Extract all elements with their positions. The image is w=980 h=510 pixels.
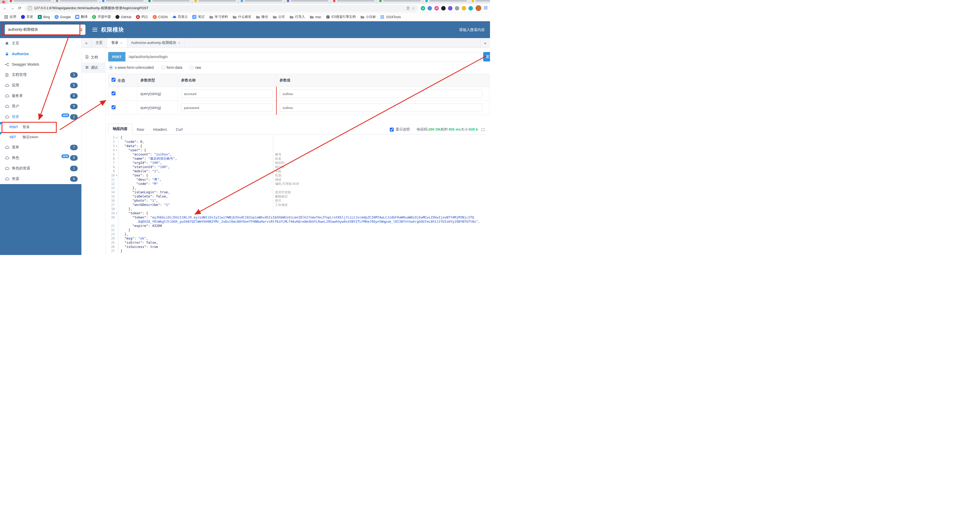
tab-主页[interactable]: 主页 (91, 38, 107, 48)
response-tab-Headers[interactable]: Headers (148, 125, 171, 134)
fold-caret-icon[interactable]: ▾ (115, 148, 118, 152)
bookmark-item[interactable]: ES搜索引擎文档 (324, 14, 358, 20)
window-close-button[interactable] (2, 0, 5, 3)
browser-tab[interactable] (423, 0, 469, 4)
extension-icon-1[interactable]: G (421, 6, 425, 11)
tab-close-icon[interactable]: × (178, 41, 180, 45)
extension-icon-2[interactable] (428, 6, 432, 11)
sidebar-item[interactable]: 角色NEW8 (0, 153, 81, 163)
param-checkbox[interactable] (111, 105, 116, 109)
nav-item-doc[interactable]: 文档 (82, 52, 105, 62)
sidebar-item[interactable]: 角色的资源1 (0, 163, 81, 174)
fold-caret-icon[interactable]: ▾ (115, 135, 118, 140)
bookmark-star-icon[interactable]: ☆ (412, 6, 415, 10)
bookmark-item[interactable]: 微信 (254, 14, 270, 20)
response-tab-Raw[interactable]: Raw (132, 125, 148, 134)
browser-tab[interactable] (100, 0, 146, 4)
send-button[interactable]: 发送 (483, 52, 490, 61)
content-type-option[interactable]: form-data (161, 65, 182, 70)
nav-item-debug[interactable]: 调试 (82, 62, 105, 73)
extension-icon-4[interactable] (441, 6, 445, 11)
sidebar-item[interactable]: 服务表6 (0, 91, 81, 101)
param-name-input[interactable] (181, 104, 273, 112)
browser-tab[interactable] (469, 0, 490, 4)
browser-tab[interactable] (192, 0, 238, 4)
tabs-expand-icon[interactable]: » (480, 38, 490, 48)
bookmark-item[interactable]: G码云 (134, 14, 150, 20)
bookmark-item[interactable]: mac (308, 14, 324, 20)
browser-tab[interactable] (331, 0, 377, 4)
sidebar-item[interactable]: Authorize (0, 49, 81, 59)
sidebar-item[interactable]: 菜单7 (0, 142, 81, 153)
menu-hamburger-icon[interactable] (92, 28, 97, 32)
bookmark-item[interactable]: 百度云 (170, 14, 190, 20)
extension-icon-5[interactable] (448, 6, 452, 11)
content-type-option[interactable]: raw (190, 65, 201, 70)
tab-登录[interactable]: 登录× (107, 38, 127, 48)
bookmark-item[interactable]: CCSDN (151, 14, 170, 20)
bookmark-item[interactable]: 1024Tools (378, 14, 403, 20)
param-name-input[interactable] (181, 89, 273, 98)
bookmark-item[interactable]: 什么都有 (231, 14, 253, 20)
bookmark-item[interactable]: GitHub (113, 14, 133, 20)
radio-icon[interactable] (109, 66, 113, 69)
bookmark-item[interactable]: 已导入 (287, 14, 307, 20)
browser-tab[interactable] (8, 0, 53, 4)
bookmark-item[interactable]: bBing (36, 14, 52, 20)
sidebar-endpoint-item[interactable]: GET验证token (0, 132, 81, 142)
extension-icon-8[interactable] (468, 6, 473, 11)
sidebar-item[interactable]: 应用5 (0, 80, 81, 91)
bookmark-item[interactable]: 翻翻译 (73, 14, 89, 20)
profile-avatar[interactable] (476, 5, 481, 11)
bookmark-item[interactable]: 记笔记 (190, 14, 207, 20)
browser-tab[interactable] (146, 0, 192, 4)
module-select[interactable]: authority-权限模块 (5, 24, 86, 35)
tabs-collapse-icon[interactable]: « (82, 38, 91, 48)
tab-close-icon[interactable]: × (121, 41, 123, 45)
sidebar-item[interactable]: 登录NEW2 (0, 112, 81, 122)
extension-icon-6[interactable] (455, 6, 459, 11)
radio-icon[interactable] (161, 66, 165, 69)
show-desc-checkbox[interactable] (390, 128, 394, 132)
header-search-input[interactable] (445, 27, 485, 32)
bookmark-item[interactable]: 百度 (19, 14, 35, 20)
site-info-icon[interactable]: i (28, 6, 32, 10)
bookmark-item[interactable]: 学习资料 (207, 14, 230, 20)
response-tab-Curl[interactable]: Curl (171, 125, 187, 134)
bookmark-item[interactable]: 小目标 (358, 14, 378, 20)
bookmark-item[interactable]: GGoogle (52, 14, 73, 20)
response-tab-响应内容[interactable]: 响应内容 (108, 124, 132, 134)
show-desc-toggle[interactable]: 显示说明 (390, 127, 410, 132)
extension-icon-7[interactable] (461, 6, 466, 11)
apps-grid-icon[interactable] (484, 6, 487, 11)
bookmark-item[interactable]: 应用 (2, 14, 18, 20)
back-icon[interactable]: ← (3, 6, 7, 11)
bookmark-item[interactable]: 公司 (270, 14, 287, 20)
browser-tab[interactable] (239, 0, 284, 4)
param-value-input[interactable] (280, 89, 483, 98)
sidebar-item[interactable]: 主页 (0, 38, 81, 49)
select-all-checkbox[interactable] (111, 78, 116, 82)
bookmark-item[interactable]: C开源中国 (90, 14, 113, 20)
content-type-option[interactable]: x-www-form-urlencoded (109, 65, 154, 70)
browser-tab[interactable] (285, 0, 331, 4)
translate-icon[interactable]: 文 (406, 6, 410, 11)
browser-tab[interactable] (377, 0, 423, 4)
browser-tab[interactable] (54, 0, 99, 4)
fold-caret-icon[interactable]: ▾ (115, 173, 118, 177)
sidebar-item[interactable]: 文档管理3 (0, 70, 81, 80)
sidebar-item[interactable]: Swagger Models (0, 59, 81, 70)
sidebar-item[interactable]: 用户9 (0, 101, 81, 112)
radio-icon[interactable] (190, 66, 193, 69)
url-bar[interactable]: i 127.0.0.1:8760/api/gate/doc.html#/auth… (25, 5, 418, 12)
reload-icon[interactable]: ⟳ (18, 6, 22, 11)
sidebar-item[interactable]: 资源6 (0, 174, 81, 184)
extension-icon-3[interactable]: JP (434, 6, 439, 11)
fold-caret-icon[interactable]: ▾ (115, 144, 118, 148)
fullscreen-icon[interactable] (481, 128, 485, 131)
forward-icon[interactable]: → (10, 6, 15, 11)
request-url-input[interactable] (126, 52, 481, 61)
sidebar-endpoint-item[interactable]: POST登录 (0, 122, 81, 132)
param-checkbox[interactable] (111, 91, 116, 95)
fold-caret-icon[interactable]: ▾ (115, 211, 118, 215)
